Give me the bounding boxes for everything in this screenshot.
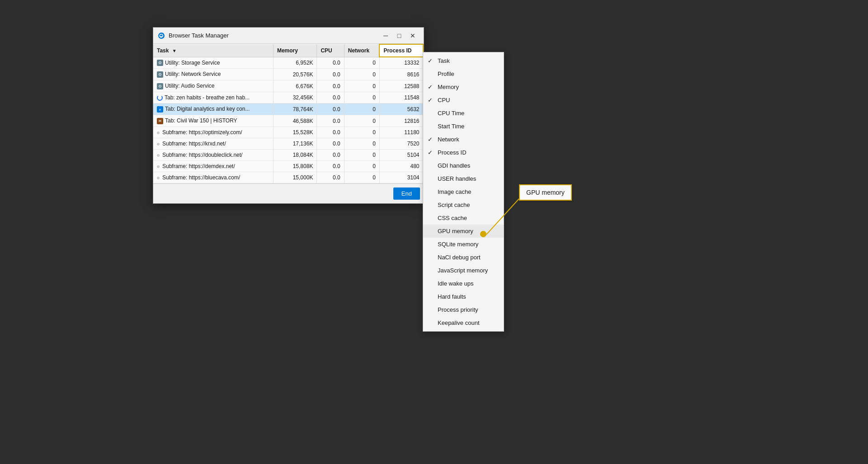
process-id-cell: 13332 xyxy=(379,57,423,69)
menu-item-keepalive-count[interactable]: Keepalive count xyxy=(423,316,504,329)
check-mark: ✓ xyxy=(428,84,433,90)
task-name-cell: HTab: Civil War 150 | HISTORY xyxy=(153,115,273,127)
table-row[interactable]: HTab: Civil War 150 | HISTORY 46,588K 0.… xyxy=(153,115,423,127)
task-name-cell: eTab: Digital analytics and key con... xyxy=(153,103,273,115)
menu-item-process-priority[interactable]: Process priority xyxy=(423,303,504,316)
task-label: Subframe: https://optimizely.com/ xyxy=(162,129,242,136)
menu-item-cpu[interactable]: ✓ CPU xyxy=(423,94,504,107)
memory-cell: 6,952K xyxy=(273,57,317,69)
memory-cell: 17,136K xyxy=(273,138,317,149)
task-name-cell: ⚙Utility: Network Service xyxy=(153,69,273,80)
table-row[interactable]: Subframe: https://krxd.net/ 17,136K 0.0 … xyxy=(153,138,423,149)
menu-item-label: Network xyxy=(438,136,459,143)
process-id-cell: 11548 xyxy=(379,92,423,103)
menu-item-cpu-time[interactable]: CPU Time xyxy=(423,107,504,120)
menu-item-task[interactable]: ✓ Task xyxy=(423,54,504,67)
menu-item-label: Start Time xyxy=(438,123,464,130)
menu-item-profile[interactable]: Profile xyxy=(423,67,504,80)
process-id-cell: 12588 xyxy=(379,80,423,92)
cpu-cell: 0.0 xyxy=(317,127,344,138)
check-mark: ✓ xyxy=(428,136,433,143)
cpu-cell: 0.0 xyxy=(317,149,344,160)
table-row[interactable]: Subframe: https://optimizely.com/ 15,528… xyxy=(153,127,423,138)
menu-item-sqlite-memory[interactable]: SQLite memory xyxy=(423,238,504,251)
menu-item-user-handles[interactable]: USER handles xyxy=(423,172,504,185)
col-memory[interactable]: Memory xyxy=(273,44,317,57)
title-bar: Browser Task Manager ─ □ ✕ xyxy=(153,28,424,44)
edge-tab-icon: e xyxy=(157,106,163,112)
menu-item-gdi-handles[interactable]: GDI handles xyxy=(423,159,504,172)
maximize-button[interactable]: □ xyxy=(393,29,406,42)
edge-icon xyxy=(158,32,165,39)
menu-item-css-cache[interactable]: CSS cache xyxy=(423,211,504,225)
menu-item-label: CSS cache xyxy=(438,215,467,221)
task-name-cell: Subframe: https://optimizely.com/ xyxy=(153,127,273,138)
history-icon: H xyxy=(157,118,163,124)
table-row[interactable]: eTab: Digital analytics and key con... 7… xyxy=(153,103,423,115)
cpu-cell: 0.0 xyxy=(317,115,344,127)
menu-item-label: CPU xyxy=(438,97,450,103)
menu-item-start-time[interactable]: Start Time xyxy=(423,120,504,133)
table-scroll-area: Task ▼ Memory CPU Network xyxy=(153,44,424,183)
col-cpu[interactable]: CPU xyxy=(317,44,344,57)
network-cell: 0 xyxy=(344,127,379,138)
menu-item-network[interactable]: ✓ Network xyxy=(423,133,504,146)
dot-icon xyxy=(157,131,160,134)
gear-icon: ⚙ xyxy=(157,83,163,89)
menu-item-label: GDI handles xyxy=(438,162,470,169)
table-row[interactable]: ⚙Utility: Network Service 20,576K 0.0 0 … xyxy=(153,69,423,80)
memory-cell: 20,576K xyxy=(273,69,317,80)
end-button[interactable]: End xyxy=(393,187,420,200)
table-row[interactable]: Subframe: https://doubleclick.net/ 18,08… xyxy=(153,149,423,160)
menu-item-hard-faults[interactable]: Hard faults xyxy=(423,290,504,303)
menu-item-nacl-debug-port[interactable]: NaCl debug port xyxy=(423,251,504,264)
memory-cell: 46,588K xyxy=(273,115,317,127)
close-button[interactable]: ✕ xyxy=(406,29,419,42)
col-process-id[interactable]: Process ID xyxy=(379,44,423,57)
menu-item-label: Process ID xyxy=(438,149,467,156)
task-label: Tab: zen habits - breathe zen hab... xyxy=(165,94,250,101)
gpu-memory-dot-indicator xyxy=(480,231,486,237)
process-id-cell: 480 xyxy=(379,160,423,172)
menu-item-memory[interactable]: ✓ Memory xyxy=(423,80,504,94)
process-id-cell: 5632 xyxy=(379,103,423,115)
table-row[interactable]: Subframe: https://demdex.net/ 15,808K 0.… xyxy=(153,160,423,172)
memory-cell: 15,808K xyxy=(273,160,317,172)
task-name-cell: ⚙Utility: Audio Service xyxy=(153,80,273,92)
menu-item-script-cache[interactable]: Script cache xyxy=(423,198,504,211)
network-cell: 0 xyxy=(344,149,379,160)
menu-item-label: Profile xyxy=(438,70,454,77)
table-row[interactable]: ⚙Utility: Storage Service 6,952K 0.0 0 1… xyxy=(153,57,423,69)
network-cell: 0 xyxy=(344,92,379,103)
cpu-cell: 0.0 xyxy=(317,172,344,183)
task-label: Subframe: https://krxd.net/ xyxy=(162,141,226,147)
window-controls: ─ □ ✕ xyxy=(379,29,419,42)
task-name-cell: Subframe: https://demdex.net/ xyxy=(153,160,273,172)
task-name-cell: Subframe: https://doubleclick.net/ xyxy=(153,149,273,160)
network-cell: 0 xyxy=(344,80,379,92)
table-row[interactable]: Subframe: https://bluecava.com/ 15,000K … xyxy=(153,172,423,183)
task-label: Utility: Storage Service xyxy=(165,60,220,66)
task-name-cell: ⚙Utility: Storage Service xyxy=(153,57,273,69)
menu-item-idle-wake-ups[interactable]: Idle wake ups xyxy=(423,277,504,290)
menu-item-label: Idle wake ups xyxy=(438,280,474,287)
minimize-button[interactable]: ─ xyxy=(379,29,392,42)
menu-item-javascript-memory[interactable]: JavaScript memory xyxy=(423,264,504,277)
table-row[interactable]: Tab: zen habits - breathe zen hab... 32,… xyxy=(153,92,423,103)
menu-item-process-id[interactable]: ✓ Process ID xyxy=(423,146,504,159)
menu-item-label: Hard faults xyxy=(438,293,466,300)
cpu-cell: 0.0 xyxy=(317,92,344,103)
task-manager-window: Browser Task Manager ─ □ ✕ Task ▼ Memo xyxy=(153,27,424,204)
table-header-row: Task ▼ Memory CPU Network xyxy=(153,44,423,57)
menu-item-image-cache[interactable]: Image cache xyxy=(423,185,504,198)
process-id-cell: 12816 xyxy=(379,115,423,127)
col-task[interactable]: Task ▼ xyxy=(153,44,273,57)
cpu-cell: 0.0 xyxy=(317,160,344,172)
process-id-cell: 5104 xyxy=(379,149,423,160)
menu-item-gpu-memory[interactable]: GPU memory xyxy=(423,225,504,238)
col-network[interactable]: Network xyxy=(344,44,379,57)
table-body: ⚙Utility: Storage Service 6,952K 0.0 0 1… xyxy=(153,57,423,183)
table-row[interactable]: ⚙Utility: Audio Service 6,676K 0.0 0 125… xyxy=(153,80,423,92)
loading-icon xyxy=(157,95,163,101)
dot-icon xyxy=(157,165,160,168)
